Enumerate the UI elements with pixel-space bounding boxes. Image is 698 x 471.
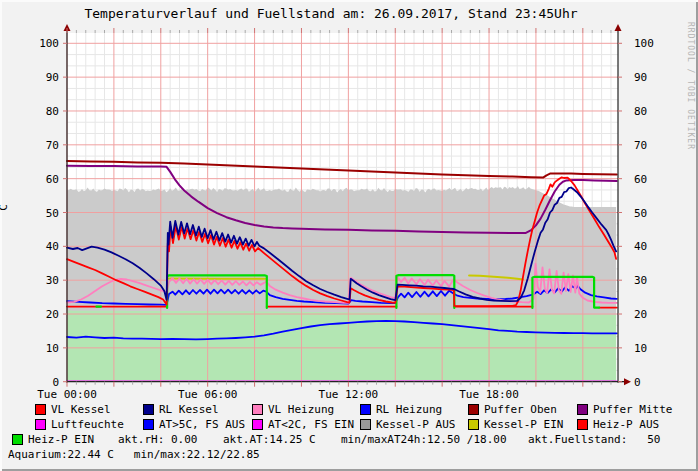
y-tick-label-right: 10 bbox=[634, 342, 647, 355]
y-tick-label-right: 60 bbox=[634, 173, 647, 186]
rrdtool-watermark: RRDTOOL / TOBI OETIKER bbox=[686, 22, 695, 150]
y-axis-arrow-right bbox=[615, 24, 622, 31]
y-tick-label-left: 20 bbox=[46, 308, 59, 321]
x-axis-arrow bbox=[624, 378, 631, 385]
x-tick-label: Tue 00:00 bbox=[37, 388, 97, 401]
y-tick-label-right: 70 bbox=[634, 139, 647, 152]
x-tick-label: Tue 06:00 bbox=[178, 388, 238, 401]
y-tick-label-right: 80 bbox=[634, 105, 647, 118]
x-tick-label: Tue 12:00 bbox=[319, 388, 379, 401]
y-tick-label-right: 20 bbox=[634, 308, 647, 321]
y-tick-label-left: 80 bbox=[46, 105, 59, 118]
rrd-graph: Temperaturverlauf und Fuellstand am: 26.… bbox=[0, 0, 698, 471]
y-tick-label-right: 100 bbox=[634, 37, 654, 50]
y-tick-label-left: 70 bbox=[46, 139, 59, 152]
y-tick-label-right: 90 bbox=[634, 71, 647, 84]
chart-title: Temperaturverlauf und Fuellstand am: 26.… bbox=[0, 6, 662, 21]
y-axis-label: C bbox=[0, 188, 10, 228]
y-tick-label-right: 50 bbox=[634, 207, 647, 220]
y-tick-label-left: 30 bbox=[46, 274, 59, 287]
y-tick-label-left: 60 bbox=[46, 173, 59, 186]
temperature-chart: 0010102020303040405050606070708080909010… bbox=[0, 0, 698, 471]
y-tick-label-left: 10 bbox=[46, 342, 59, 355]
y-tick-label-left: 100 bbox=[39, 37, 59, 50]
x-tick-label: Tue 18:00 bbox=[459, 388, 519, 401]
y-tick-label-right: 0 bbox=[634, 376, 641, 389]
y-tick-label-left: 90 bbox=[46, 71, 59, 84]
y-tick-label-left: 40 bbox=[46, 240, 59, 253]
y-tick-label-left: 50 bbox=[46, 207, 59, 220]
y-tick-label-right: 40 bbox=[634, 240, 647, 253]
y-tick-label-right: 30 bbox=[634, 274, 647, 287]
area-gruene-flaeche bbox=[67, 311, 616, 382]
